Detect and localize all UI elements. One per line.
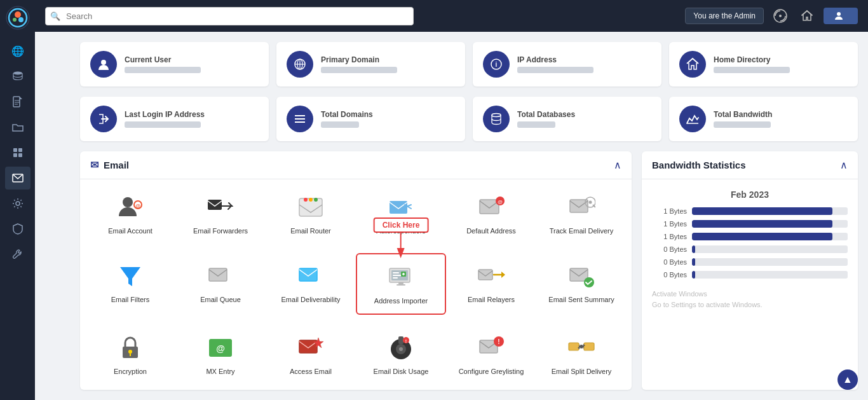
- bw-row-3: 1 Bytes: [652, 233, 848, 240]
- sidebar-item-database[interactable]: [5, 65, 31, 88]
- total-domains-icon: [287, 106, 313, 132]
- svg-text:i: i: [496, 61, 498, 68]
- svg-rect-11: [18, 148, 22, 152]
- email-account-item[interactable]: @ Email Account: [85, 184, 175, 243]
- email-relayers-icon: [476, 261, 506, 291]
- home-directory-value: [714, 67, 790, 73]
- email-grid-row1: @ Email Account Email Forwarders: [80, 179, 632, 248]
- bandwidth-panel: Bandwidth Statistics ∧ Feb 2023 1 Bytes …: [642, 151, 858, 390]
- svg-rect-53: [393, 272, 399, 273]
- sidebar-item-globe[interactable]: 🌐: [5, 39, 31, 62]
- email-router-item[interactable]: Email Router: [266, 184, 356, 243]
- bandwidth-month: Feb 2023: [652, 190, 848, 200]
- email-forwarders-label: Email Forwarders: [193, 226, 248, 235]
- bandwidth-panel-collapse[interactable]: ∧: [840, 159, 848, 171]
- email-filters-item[interactable]: Email Filters: [85, 253, 175, 314]
- current-user-value: [125, 67, 201, 73]
- bandwidth-panel-title: Bandwidth Statistics: [652, 160, 746, 170]
- track-email-icon: [566, 192, 597, 223]
- svg-point-2: [15, 11, 21, 18]
- svg-marker-62: [501, 272, 505, 278]
- stat-last-login-ip: Last Login IP Address: [80, 97, 269, 141]
- svg-rect-10: [13, 148, 17, 152]
- bw-row-6: 0 Bytes: [652, 271, 848, 279]
- svg-point-31: [123, 197, 133, 207]
- scroll-up-button[interactable]: ▲: [837, 369, 858, 390]
- email-split-delivery-icon: [566, 333, 597, 363]
- activate-notice: Activate WindowsGo to Settings to activa…: [652, 289, 848, 310]
- svg-text:!: !: [498, 338, 499, 345]
- default-address-item[interactable]: @ Default Address: [446, 184, 536, 243]
- svg-text:@: @: [216, 343, 225, 354]
- email-split-delivery-item[interactable]: Email Split Delivery: [536, 325, 627, 383]
- email-panel-collapse[interactable]: ∧: [614, 159, 621, 171]
- svg-rect-48: [299, 268, 317, 281]
- bw-row-2: 1 Bytes: [652, 220, 848, 228]
- primary-domain-label: Primary Domain: [321, 55, 397, 64]
- email-queue-icon: [205, 261, 236, 291]
- bw-row-4: 0 Bytes: [652, 245, 848, 253]
- svg-rect-13: [18, 153, 22, 157]
- sidebar-item-settings[interactable]: [5, 192, 31, 215]
- bw-row-5: 0 Bytes: [652, 258, 848, 266]
- email-forwarders-icon: [205, 192, 236, 223]
- svg-rect-59: [398, 282, 403, 284]
- sidebar-item-email[interactable]: [5, 167, 31, 190]
- svg-rect-54: [393, 275, 402, 276]
- home-directory-label: Home Directory: [714, 55, 790, 64]
- mx-entry-item[interactable]: @ MX Entry: [175, 325, 266, 383]
- svg-rect-12: [13, 153, 17, 157]
- email-sent-summary-item[interactable]: Email Sent Summary: [536, 253, 627, 314]
- email-filters-label: Email Filters: [111, 295, 150, 304]
- address-importer-label: Address Importer: [374, 296, 428, 305]
- sidebar-item-grid[interactable]: [5, 141, 31, 164]
- access-email-icon: [295, 333, 326, 363]
- email-deliverability-item[interactable]: Email Deliverability: [266, 253, 356, 314]
- svg-point-18: [837, 12, 841, 16]
- last-login-ip-label: Last Login IP Address: [125, 110, 205, 119]
- sidebar-item-file[interactable]: [5, 90, 31, 113]
- email-grid-row3: Encryption @ MX Entry: [80, 320, 632, 389]
- access-email-label: Access Email: [290, 367, 332, 376]
- email-grid-row2: Email Filters Email Queue: [80, 248, 632, 319]
- email-relayers-item[interactable]: Email Relayers: [446, 253, 536, 314]
- default-address-label: Default Address: [466, 226, 516, 235]
- stat-total-bandwidth: Total Bandwidth: [669, 97, 858, 141]
- email-split-delivery-label: Email Split Delivery: [552, 367, 612, 376]
- search-box[interactable]: 🔍: [45, 7, 414, 25]
- email-deliverability-icon: [295, 261, 326, 291]
- home-icon[interactable]: [797, 6, 817, 26]
- wordpress-icon[interactable]: [770, 6, 790, 26]
- address-importer-item[interactable]: Click Here: [356, 253, 446, 314]
- svg-rect-60: [397, 284, 405, 286]
- total-databases-label: Total Databases: [517, 110, 575, 119]
- email-disk-usage-item[interactable]: ! Email Disk Usage: [356, 325, 446, 383]
- sidebar-item-wrench[interactable]: [5, 243, 31, 266]
- email-title-icon: ✉: [90, 159, 98, 171]
- configure-greylisting-item[interactable]: ! Configure Greylisting: [446, 325, 536, 383]
- sidebar-item-shield[interactable]: [5, 217, 31, 240]
- track-email-item[interactable]: Track Email Delivery: [536, 184, 627, 243]
- svg-rect-82: [584, 343, 594, 350]
- svg-text:@: @: [135, 203, 140, 209]
- email-queue-label: Email Queue: [200, 295, 241, 304]
- total-databases-value: [517, 121, 555, 128]
- current-user-icon: [90, 51, 117, 78]
- access-email-item[interactable]: Access Email: [266, 325, 356, 383]
- bw-row-1: 1 Bytes: [652, 207, 848, 215]
- svg-rect-6: [13, 97, 20, 107]
- app-logo[interactable]: [5, 5, 31, 31]
- user-button[interactable]: [824, 8, 858, 24]
- ip-address-icon: i: [483, 51, 510, 78]
- email-queue-item[interactable]: Email Queue: [175, 253, 266, 314]
- search-input[interactable]: [45, 7, 414, 25]
- encryption-item[interactable]: Encryption: [85, 325, 175, 383]
- stat-home-directory: Home Directory: [669, 42, 858, 86]
- svg-rect-34: [208, 200, 222, 210]
- sidebar-item-folder[interactable]: [5, 116, 31, 139]
- svg-point-17: [779, 15, 782, 17]
- email-forwarders-item[interactable]: Email Forwarders: [175, 184, 266, 243]
- total-databases-icon: [483, 106, 510, 132]
- primary-domain-value: [321, 67, 397, 73]
- topbar: 🔍 You are the Admin: [35, 0, 868, 32]
